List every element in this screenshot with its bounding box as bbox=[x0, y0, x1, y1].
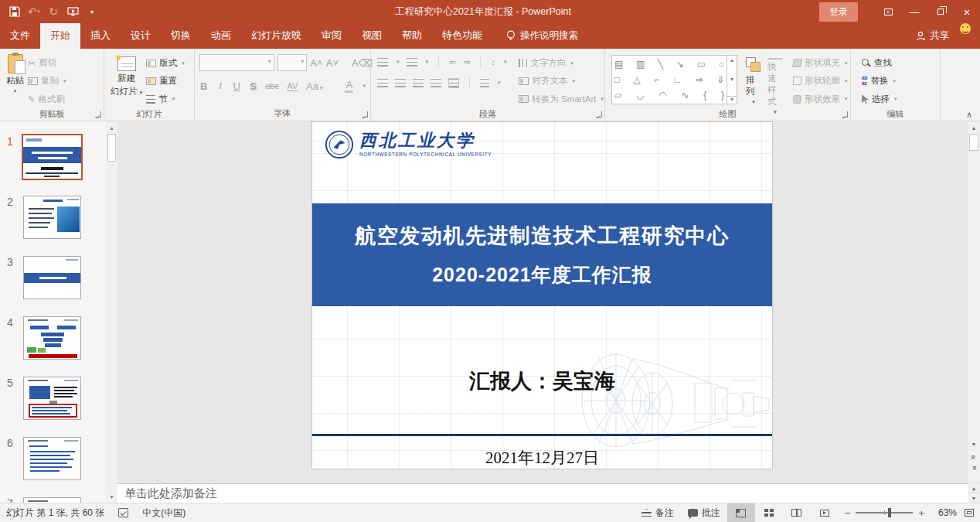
font-size-combo[interactable] bbox=[277, 54, 307, 71]
ribbon-display-options-icon[interactable]: ˄ bbox=[875, 0, 901, 23]
slide-thumbnail-preview[interactable] bbox=[23, 196, 81, 239]
gallery-down-icon[interactable]: ▼ bbox=[730, 77, 735, 82]
minimize-button[interactable]: — bbox=[901, 0, 927, 23]
language-status[interactable]: 中文(中国) bbox=[142, 507, 185, 520]
slide-thumbnail-preview[interactable] bbox=[23, 256, 81, 299]
tab-transitions[interactable]: 切换 bbox=[161, 23, 201, 49]
shape-effects-button[interactable]: 形状效果▾ bbox=[793, 90, 848, 108]
quick-styles-button[interactable]: 快速样式 ▾ bbox=[765, 52, 785, 108]
shape-icon[interactable]: ◡ bbox=[636, 90, 644, 100]
change-case-button[interactable]: Aa▾ bbox=[306, 80, 322, 92]
shape-icon[interactable]: ⇓ bbox=[716, 75, 724, 84]
strikethrough-button[interactable]: abc bbox=[265, 81, 279, 90]
tab-view[interactable]: 视图 bbox=[352, 23, 392, 49]
collapse-ribbon-icon[interactable]: ∧ bbox=[966, 110, 972, 120]
customize-qat-icon[interactable]: ▾ bbox=[83, 3, 100, 20]
scroll-up-icon[interactable]: ▲ bbox=[968, 121, 980, 134]
share-button[interactable]: 共享 bbox=[916, 23, 960, 49]
clear-formatting-button[interactable]: A⌫ bbox=[352, 57, 366, 69]
character-spacing-button[interactable]: AV bbox=[287, 81, 298, 91]
spell-check-icon[interactable] bbox=[118, 508, 128, 517]
drawing-dialog-launcher-icon[interactable] bbox=[842, 111, 848, 118]
align-left-icon[interactable] bbox=[377, 79, 388, 87]
underline-button[interactable]: U bbox=[233, 80, 241, 92]
thumbnail-scroll-up-icon[interactable]: ▲ bbox=[106, 121, 117, 134]
justify-icon[interactable] bbox=[430, 79, 441, 87]
slide-thumbnail-preview[interactable] bbox=[23, 377, 81, 420]
shape-fill-button[interactable]: 形状填充▾ bbox=[793, 54, 848, 72]
slideshow-view-button[interactable] bbox=[811, 503, 839, 522]
zoom-in-icon[interactable]: + bbox=[918, 507, 924, 519]
slide-thumbnail-7[interactable]: 7 bbox=[0, 497, 106, 503]
gallery-up-icon[interactable]: ▲ bbox=[730, 57, 735, 63]
font-name-combo[interactable] bbox=[199, 54, 274, 71]
slide-thumbnail-preview[interactable] bbox=[23, 437, 81, 480]
font-color-button[interactable]: A bbox=[345, 79, 353, 93]
slide[interactable]: 西北工业大学 NORTHWESTERN POLYTECHNICAL UNIVER… bbox=[312, 122, 772, 469]
feedback-smiley-icon[interactable] bbox=[960, 23, 971, 34]
convert-smartart-button[interactable]: 转换为 SmartArt▾ bbox=[519, 90, 604, 108]
slide-thumbnail-preview[interactable] bbox=[23, 135, 81, 179]
presenter-text[interactable]: 汇报人：吴宝海 bbox=[312, 367, 772, 395]
format-painter-button[interactable]: ✎格式刷 bbox=[28, 90, 66, 108]
text-direction-button[interactable]: 文字方向▾ bbox=[519, 54, 604, 72]
paragraph-dialog-launcher-icon[interactable] bbox=[596, 111, 602, 118]
paste-button[interactable]: 粘贴 ▾ bbox=[4, 52, 26, 108]
align-center-icon[interactable] bbox=[395, 79, 406, 87]
thumbnail-scrollbar-thumb[interactable] bbox=[107, 134, 116, 162]
slide-thumbnail-1[interactable]: 1 bbox=[0, 135, 106, 196]
shape-icon[interactable]: ○ bbox=[719, 60, 724, 69]
increase-font-size-button[interactable]: A˄ bbox=[310, 57, 322, 69]
next-slide-icon[interactable]: « bbox=[968, 467, 980, 470]
zoom-percentage[interactable]: 63% bbox=[931, 507, 957, 518]
slide-thumbnail-2[interactable]: 2 bbox=[0, 196, 106, 256]
numbering-icon[interactable] bbox=[407, 58, 417, 67]
cut-button[interactable]: ✂剪切 bbox=[28, 54, 66, 72]
save-icon[interactable] bbox=[6, 3, 23, 20]
decrease-indent-icon[interactable]: ⇐ bbox=[449, 57, 456, 67]
thumbnail-scroll-down-icon[interactable]: ▼ bbox=[106, 490, 117, 503]
copy-button[interactable]: 复制▾ bbox=[28, 72, 66, 90]
replace-button[interactable]: abac替换▾ bbox=[862, 72, 897, 90]
increase-indent-icon[interactable]: ⇒ bbox=[463, 57, 470, 67]
tab-special-features[interactable]: 特色功能 bbox=[432, 23, 492, 49]
shape-icon[interactable]: ╲ bbox=[658, 60, 663, 69]
font-dialog-launcher-icon[interactable] bbox=[362, 111, 368, 118]
decrease-font-size-button[interactable]: A˅ bbox=[326, 57, 339, 69]
restore-button[interactable] bbox=[927, 0, 954, 23]
section-button[interactable]: 节▾ bbox=[146, 90, 185, 108]
slide-thumbnail-4[interactable]: 4 bbox=[0, 316, 106, 377]
previous-slide-icon[interactable]: « bbox=[968, 455, 980, 458]
slide-thumbnail-3[interactable]: 3 bbox=[0, 256, 106, 316]
normal-view-button[interactable] bbox=[727, 503, 755, 522]
notes-scroll-up-icon[interactable]: ▲ bbox=[968, 483, 980, 493]
italic-button[interactable]: I bbox=[216, 80, 224, 92]
gallery-more-icon[interactable]: ▼ bbox=[727, 96, 737, 102]
shape-icon[interactable]: ∟ bbox=[672, 75, 682, 84]
date-text[interactable]: 2021年12月27日 bbox=[312, 447, 772, 469]
slide-sorter-view-button[interactable] bbox=[755, 503, 783, 522]
scroll-down-icon[interactable]: ▼ bbox=[968, 438, 980, 450]
select-button[interactable]: 选择▾ bbox=[862, 90, 897, 108]
redo-icon[interactable]: ↻ bbox=[45, 3, 62, 20]
slide-thumbnail-preview[interactable] bbox=[23, 497, 81, 503]
distribute-icon[interactable] bbox=[448, 78, 459, 88]
shape-gallery-scroll[interactable]: ▲ ▼ ▼ bbox=[727, 55, 737, 104]
shape-icon[interactable]: ⌐ bbox=[654, 75, 659, 84]
slide-count-status[interactable]: 幻灯片 第 1 张, 共 60 张 bbox=[6, 507, 104, 520]
zoom-slider-thumb[interactable] bbox=[888, 508, 891, 517]
tab-design[interactable]: 设计 bbox=[121, 23, 161, 49]
clipboard-dialog-launcher-icon[interactable] bbox=[95, 111, 101, 118]
tab-file[interactable]: 文件 bbox=[0, 23, 40, 49]
undo-icon[interactable]: ↶▾ bbox=[26, 3, 43, 20]
shape-icon[interactable]: ∿ bbox=[681, 90, 689, 100]
shape-icon[interactable]: ↘ bbox=[676, 60, 684, 69]
shape-icon[interactable]: ⇒ bbox=[696, 75, 703, 84]
align-text-button[interactable]: 对齐文本▾ bbox=[519, 72, 604, 90]
tab-animations[interactable]: 动画 bbox=[201, 23, 241, 49]
bullets-icon[interactable] bbox=[377, 58, 388, 67]
shape-icon[interactable]: □ bbox=[614, 75, 620, 84]
zoom-out-icon[interactable]: − bbox=[845, 507, 851, 519]
slide-thumbnail-5[interactable]: 5 bbox=[0, 377, 106, 437]
close-button[interactable]: × bbox=[954, 0, 980, 23]
